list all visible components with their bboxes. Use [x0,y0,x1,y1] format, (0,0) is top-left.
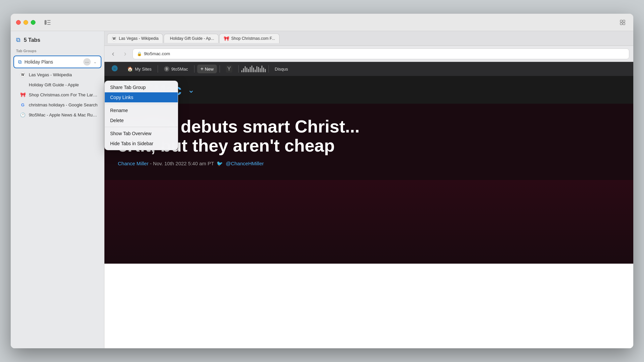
browser-tab-title: Las Vegas - Wikipedia [119,36,159,41]
twitter-handle[interactable]: @ChanceHMiller [226,161,264,166]
wiki-tab-favicon: W [111,36,117,41]
menu-divider-2 [105,127,178,127]
toolbar-item-wordpress[interactable]: 🅦 [108,64,121,74]
minimize-button[interactable] [23,20,28,25]
mysites-icon: 🏠 [127,66,133,72]
browser-tab-title-2: Holiday Gift Guide - Ap... [170,36,214,41]
tab-group-holiday-plans[interactable]: ⧉ Holiday Plans ··· ⌄ [13,56,101,68]
9to5mac-favicon: 🕐 [20,112,25,117]
disqus-label: Disqus [275,67,288,72]
tab-title: Holiday Gift Guide - Apple [29,82,79,87]
toolbar-divider-4 [238,65,239,73]
chevron-down-icon: ⌄ [93,60,97,64]
tab-group-name: Holiday Plans [24,59,81,65]
audio-bar-3 [245,66,246,72]
menu-item-rename[interactable]: Rename [105,105,178,115]
audio-bar-10 [256,66,257,72]
audio-bar-9 [255,70,256,72]
tab-item-google[interactable]: G christmas holidays - Google Search [11,100,104,110]
context-menu: Share Tab Group Copy Links Rename Delete… [104,81,178,150]
twitter-bird-icon: 🐦 [217,161,223,166]
svg-rect-4 [620,20,622,22]
audio-bar-12 [260,68,261,72]
toolbar-item-new[interactable]: + New [197,65,217,73]
new-label: New [205,67,214,72]
christmas-tab-favicon: 🎀 [224,36,229,41]
author-link[interactable]: Chance Miller [118,161,149,166]
tab-title: Shop Christmas.com For The Large... [29,92,99,97]
9to5mac-toolbar-icon: 9 [164,66,169,72]
svg-rect-7 [623,23,625,25]
audio-bar-5 [248,69,249,72]
menu-item-copy-links[interactable]: Copy Links [105,92,178,102]
logo-dropdown-icon[interactable]: ⌄ [188,85,194,95]
article-content: os Hue debuts smart Christ... eKit, but … [104,104,633,180]
toolbar-divider-1 [158,65,158,73]
traffic-lights [16,20,35,25]
tab-item-wikipedia[interactable]: W Las Vegas - Wikipedia [11,70,104,80]
tab-item-apple[interactable]: Holiday Gift Guide - Apple [11,80,104,90]
back-button[interactable]: ‹ [108,49,118,59]
audio-bar-4 [246,68,247,72]
menu-item-delete[interactable]: Delete [105,115,178,125]
sidebar-toggle-button[interactable] [42,17,53,28]
tab-title: 9to5Mac - Apple News & Mac Rum... [29,112,99,117]
menu-item-show-tab-overview[interactable]: Show Tab Overview [105,128,178,139]
tabs-count-label: 5 Tabs [24,37,41,43]
audiogram [241,66,266,72]
toolbar-item-9to5mac[interactable]: 9 9to5Mac [161,65,191,73]
address-bar[interactable]: 🔒 9to5mac.com [133,49,629,59]
menu-item-share-tab-group[interactable]: Share Tab Group [105,82,178,92]
audio-bar-14 [263,68,264,72]
svg-rect-2 [47,22,51,23]
tabs-header: ⧉ 5 Tabs [11,36,104,49]
audio-bar-7 [251,66,252,72]
toolbar-item-disqus[interactable]: Disqus [271,65,292,73]
9to5mac-toolbar-label: 9to5Mac [171,67,188,72]
svg-rect-6 [620,23,622,25]
audio-bar-11 [258,67,259,72]
svg-rect-5 [623,20,625,22]
browser-tab-christmas[interactable]: 🎀 Shop Christmas.com F... [219,33,279,43]
menu-divider [105,104,178,104]
tab-groups-section-label: Tab Groups [11,49,104,53]
svg-rect-0 [45,20,47,25]
forward-button[interactable]: › [120,49,130,59]
site-header: 9T⊙5Mac ⌄ [104,76,633,104]
plus-icon: + [200,66,204,72]
main-area: ⧉ 5 Tabs Tab Groups ⧉ Holiday Plans ··· … [11,31,633,348]
audio-bar-15 [265,69,266,72]
new-tab-button[interactable] [617,17,628,28]
close-button[interactable] [16,20,21,25]
tabs-icon: ⧉ [16,36,20,43]
address-bar-area: ‹ › 🔒 9to5mac.com [104,46,633,62]
tab-item-christmas[interactable]: 🎀 Shop Christmas.com For The Large... [11,90,104,100]
audio-bar-1 [241,70,242,72]
wordpress-icon: 🅦 [112,66,118,73]
menu-item-hide-tabs[interactable]: Hide Tabs in Sidebar [105,139,178,149]
tab-bar: W Las Vegas - Wikipedia Holiday Gift Gui… [104,31,633,46]
tab-item-9to5mac[interactable]: 🕐 9to5Mac - Apple News & Mac Rum... [11,110,104,120]
fullscreen-button[interactable] [31,20,35,25]
toolbar-item-y-icon[interactable]: Y [223,64,236,74]
tab-group-more-button[interactable]: ··· [83,58,91,66]
article-date: Nov. 10th 2022 5:40 am PT [153,161,214,166]
article-byline: Chance Miller - Nov. 10th 2022 5:40 am P… [118,161,620,167]
browser-tab-apple[interactable]: Holiday Gift Guide - Ap... [164,34,219,43]
svg-rect-3 [47,24,51,25]
toolbar-item-mysites[interactable]: 🏠 My Sites [124,65,155,73]
article-image [104,180,633,264]
title-bar [11,14,633,31]
content-area: 9T⊙5Mac ⌄ os Hue debuts smart Christ... … [104,76,633,348]
wikipedia-favicon: W [20,72,25,77]
tab-title: christmas holidays - Google Search [29,102,97,107]
browser-tab-wikipedia[interactable]: W Las Vegas - Wikipedia [107,33,163,43]
toolbar-divider-5 [268,65,269,73]
audio-bar-8 [253,68,254,72]
byline-separator: - [150,161,153,166]
tab-list: W Las Vegas - Wikipedia Holiday Gift Gui… [11,70,104,120]
safari-window: ⧉ 5 Tabs Tab Groups ⧉ Holiday Plans ··· … [11,14,633,348]
lock-icon: 🔒 [137,52,142,56]
mysites-label: My Sites [135,67,152,72]
svg-rect-1 [47,20,51,21]
